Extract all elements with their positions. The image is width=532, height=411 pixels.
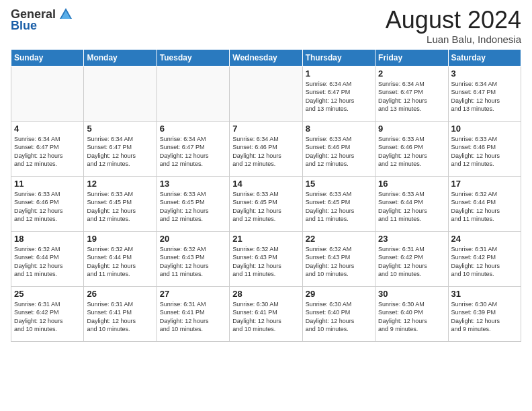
table-row: 25Sunrise: 6:31 AM Sunset: 6:42 PM Dayli… [11, 286, 84, 341]
table-row: 26Sunrise: 6:31 AM Sunset: 6:41 PM Dayli… [84, 286, 157, 341]
day-number: 17 [451, 179, 518, 189]
cell-info: Sunrise: 6:34 AM Sunset: 6:47 PM Dayligh… [306, 80, 372, 113]
day-number: 9 [378, 124, 445, 134]
table-row: 28Sunrise: 6:30 AM Sunset: 6:41 PM Dayli… [230, 286, 302, 341]
col-saturday: Saturday [448, 49, 521, 66]
cell-info: Sunrise: 6:34 AM Sunset: 6:47 PM Dayligh… [378, 80, 445, 113]
day-number: 14 [232, 179, 299, 189]
table-row: 7Sunrise: 6:34 AM Sunset: 6:46 PM Daylig… [230, 121, 302, 176]
cell-info: Sunrise: 6:33 AM Sunset: 6:45 PM Dayligh… [306, 190, 372, 224]
cell-info: Sunrise: 6:31 AM Sunset: 6:41 PM Dayligh… [160, 300, 226, 334]
day-number: 12 [87, 179, 153, 189]
header-row: Sunday Monday Tuesday Wednesday Thursday… [11, 49, 521, 66]
cell-info: Sunrise: 6:33 AM Sunset: 6:46 PM Dayligh… [306, 135, 372, 169]
header: General Blue August 2024 Luan Balu, Indo… [11, 7, 521, 45]
day-number: 11 [14, 179, 81, 189]
table-row: 2Sunrise: 6:34 AM Sunset: 6:47 PM Daylig… [375, 66, 448, 121]
page: General Blue August 2024 Luan Balu, Indo… [0, 0, 532, 411]
week-row-0: 1Sunrise: 6:34 AM Sunset: 6:47 PM Daylig… [11, 66, 521, 121]
day-number: 23 [378, 234, 445, 244]
table-row: 22Sunrise: 6:32 AM Sunset: 6:43 PM Dayli… [302, 231, 375, 286]
cell-info: Sunrise: 6:32 AM Sunset: 6:44 PM Dayligh… [451, 190, 518, 224]
day-number: 31 [451, 289, 518, 299]
day-number: 20 [160, 234, 226, 244]
day-number: 28 [232, 289, 299, 299]
table-row: 10Sunrise: 6:33 AM Sunset: 6:46 PM Dayli… [448, 121, 521, 176]
table-row: 21Sunrise: 6:32 AM Sunset: 6:43 PM Dayli… [230, 231, 302, 286]
table-row: 20Sunrise: 6:32 AM Sunset: 6:43 PM Dayli… [157, 231, 229, 286]
col-wednesday: Wednesday [230, 49, 302, 66]
day-number: 6 [160, 124, 226, 134]
table-row: 31Sunrise: 6:30 AM Sunset: 6:39 PM Dayli… [448, 286, 521, 341]
cell-info: Sunrise: 6:31 AM Sunset: 6:42 PM Dayligh… [378, 245, 445, 279]
day-number: 21 [232, 234, 299, 244]
table-row: 11Sunrise: 6:33 AM Sunset: 6:46 PM Dayli… [11, 176, 84, 231]
cell-info: Sunrise: 6:34 AM Sunset: 6:47 PM Dayligh… [160, 135, 226, 169]
cell-info: Sunrise: 6:34 AM Sunset: 6:46 PM Dayligh… [232, 135, 299, 169]
table-row: 9Sunrise: 6:33 AM Sunset: 6:46 PM Daylig… [375, 121, 448, 176]
month-title: August 2024 [386, 7, 521, 34]
cell-info: Sunrise: 6:32 AM Sunset: 6:43 PM Dayligh… [306, 245, 372, 279]
cell-info: Sunrise: 6:33 AM Sunset: 6:45 PM Dayligh… [232, 190, 299, 224]
week-row-1: 4Sunrise: 6:34 AM Sunset: 6:47 PM Daylig… [11, 121, 521, 176]
cell-info: Sunrise: 6:32 AM Sunset: 6:44 PM Dayligh… [87, 245, 153, 279]
day-number: 2 [378, 68, 445, 79]
col-tuesday: Tuesday [157, 49, 229, 66]
table-row: 17Sunrise: 6:32 AM Sunset: 6:44 PM Dayli… [448, 176, 521, 231]
table-row: 27Sunrise: 6:31 AM Sunset: 6:41 PM Dayli… [157, 286, 229, 341]
col-friday: Friday [375, 49, 448, 66]
cell-info: Sunrise: 6:34 AM Sunset: 6:47 PM Dayligh… [87, 135, 153, 169]
col-thursday: Thursday [302, 49, 375, 66]
cell-info: Sunrise: 6:33 AM Sunset: 6:45 PM Dayligh… [87, 190, 153, 224]
col-sunday: Sunday [11, 49, 84, 66]
col-monday: Monday [84, 49, 157, 66]
cell-info: Sunrise: 6:31 AM Sunset: 6:42 PM Dayligh… [14, 300, 81, 334]
day-number: 18 [14, 234, 81, 244]
day-number: 1 [306, 68, 372, 79]
logo: General Blue [11, 7, 73, 33]
day-number: 22 [306, 234, 372, 244]
week-row-3: 18Sunrise: 6:32 AM Sunset: 6:44 PM Dayli… [11, 231, 521, 286]
table-row: 19Sunrise: 6:32 AM Sunset: 6:44 PM Dayli… [84, 231, 157, 286]
table-row: 12Sunrise: 6:33 AM Sunset: 6:45 PM Dayli… [84, 176, 157, 231]
cell-info: Sunrise: 6:30 AM Sunset: 6:40 PM Dayligh… [378, 300, 445, 334]
cell-info: Sunrise: 6:32 AM Sunset: 6:43 PM Dayligh… [160, 245, 226, 279]
logo-icon [58, 7, 73, 21]
table-row: 5Sunrise: 6:34 AM Sunset: 6:47 PM Daylig… [84, 121, 157, 176]
day-number: 27 [160, 289, 226, 299]
table-row [84, 66, 157, 121]
day-number: 26 [87, 289, 153, 299]
table-row: 8Sunrise: 6:33 AM Sunset: 6:46 PM Daylig… [302, 121, 375, 176]
day-number: 3 [451, 68, 518, 79]
day-number: 13 [160, 179, 226, 189]
table-row: 6Sunrise: 6:34 AM Sunset: 6:47 PM Daylig… [157, 121, 229, 176]
day-number: 7 [232, 124, 299, 134]
day-number: 25 [14, 289, 81, 299]
cell-info: Sunrise: 6:30 AM Sunset: 6:40 PM Dayligh… [306, 300, 372, 334]
day-number: 24 [451, 234, 518, 244]
table-row: 16Sunrise: 6:33 AM Sunset: 6:44 PM Dayli… [375, 176, 448, 231]
table-row: 18Sunrise: 6:32 AM Sunset: 6:44 PM Dayli… [11, 231, 84, 286]
day-number: 5 [87, 124, 153, 134]
table-row: 30Sunrise: 6:30 AM Sunset: 6:40 PM Dayli… [375, 286, 448, 341]
table-row [157, 66, 229, 121]
day-number: 16 [378, 179, 445, 189]
table-row: 24Sunrise: 6:31 AM Sunset: 6:42 PM Dayli… [448, 231, 521, 286]
week-row-4: 25Sunrise: 6:31 AM Sunset: 6:42 PM Dayli… [11, 286, 521, 341]
cell-info: Sunrise: 6:31 AM Sunset: 6:41 PM Dayligh… [87, 300, 153, 334]
day-number: 29 [306, 289, 372, 299]
logo-blue-text: Blue [11, 19, 37, 33]
table-row: 4Sunrise: 6:34 AM Sunset: 6:47 PM Daylig… [11, 121, 84, 176]
week-row-2: 11Sunrise: 6:33 AM Sunset: 6:46 PM Dayli… [11, 176, 521, 231]
title-section: August 2024 Luan Balu, Indonesia [386, 7, 521, 45]
cell-info: Sunrise: 6:33 AM Sunset: 6:46 PM Dayligh… [451, 135, 518, 169]
day-number: 8 [306, 124, 372, 134]
table-row: 3Sunrise: 6:34 AM Sunset: 6:47 PM Daylig… [448, 66, 521, 121]
cell-info: Sunrise: 6:33 AM Sunset: 6:45 PM Dayligh… [160, 190, 226, 224]
cell-info: Sunrise: 6:33 AM Sunset: 6:46 PM Dayligh… [378, 135, 445, 169]
table-row: 13Sunrise: 6:33 AM Sunset: 6:45 PM Dayli… [157, 176, 229, 231]
table-row: 1Sunrise: 6:34 AM Sunset: 6:47 PM Daylig… [302, 66, 375, 121]
cell-info: Sunrise: 6:31 AM Sunset: 6:42 PM Dayligh… [451, 245, 518, 279]
cell-info: Sunrise: 6:30 AM Sunset: 6:39 PM Dayligh… [451, 300, 518, 334]
table-row: 14Sunrise: 6:33 AM Sunset: 6:45 PM Dayli… [230, 176, 302, 231]
